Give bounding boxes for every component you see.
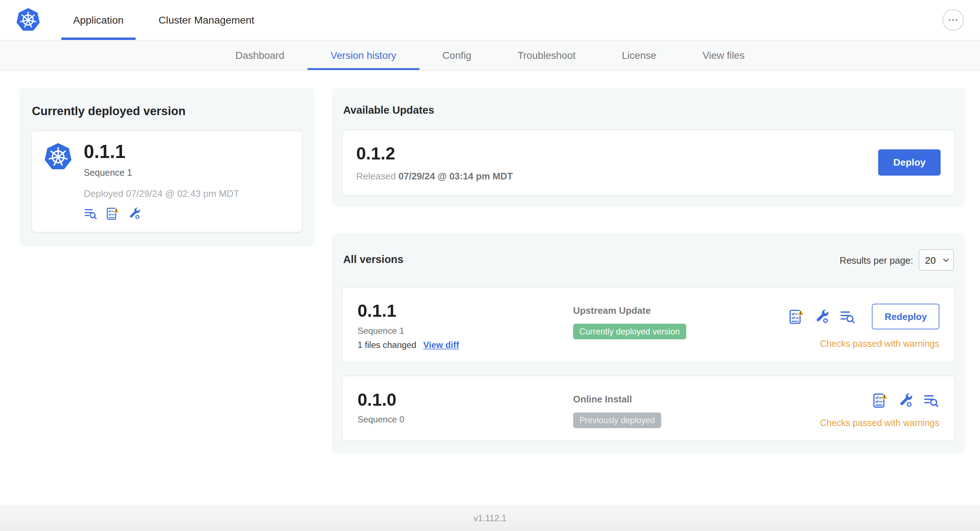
right-column: Available Updates 0.1.2 Released 07/29/2… — [332, 88, 965, 454]
deploy-button[interactable]: Deploy — [878, 149, 941, 175]
tab-application[interactable]: Application — [61, 0, 135, 40]
view-diff-link[interactable]: View diff — [423, 340, 459, 350]
preflight-checks-warning-icon[interactable] — [106, 207, 119, 221]
update-released-line: Released 07/29/24 @ 03:14 pm MDT — [356, 171, 513, 181]
row-sequence: Sequence 1 — [358, 326, 573, 335]
config-icon[interactable] — [127, 207, 141, 221]
preflight-checks-warning-icon[interactable] — [789, 308, 805, 325]
top-nav: Application Cluster Management — [61, 0, 277, 40]
main-content: Currently deployed version 0.1.1 Sequenc… — [0, 70, 980, 505]
currently-deployed-panel: Currently deployed version 0.1.1 Sequenc… — [19, 88, 314, 246]
version-row: 0.1.1 Sequence 1 1 files changed View di… — [342, 287, 955, 363]
checks-status-link[interactable]: Checks passed with warnings — [820, 339, 939, 349]
version-source-label: Online Install — [573, 394, 820, 404]
currently-deployed-card: 0.1.1 Sequence 1 Deployed 07/29/24 @ 02:… — [31, 131, 302, 232]
footer: v1.112.1 — [0, 505, 980, 531]
results-per-page-label: Results per page: — [840, 254, 913, 265]
preflight-checks-warning-icon[interactable] — [872, 393, 888, 409]
admin-console: Application Cluster Management Dashboard… — [0, 0, 980, 531]
files-changed-label: 1 files changed — [358, 340, 416, 350]
config-icon[interactable] — [814, 308, 830, 325]
row-version-number: 0.1.1 — [358, 301, 573, 321]
more-menu-button[interactable] — [943, 10, 964, 31]
tab-troubleshoot[interactable]: Troubleshoot — [494, 41, 598, 70]
row-version-number: 0.1.0 — [358, 390, 573, 410]
available-updates-title: Available Updates — [343, 104, 954, 117]
row-sequence: Sequence 0 — [358, 414, 573, 424]
tab-license[interactable]: License — [598, 41, 679, 70]
app-sub-nav: Dashboard Version history Config Trouble… — [0, 40, 980, 70]
version-source-label: Upstream Update — [573, 305, 789, 316]
logs-icon[interactable] — [84, 207, 98, 221]
tab-version-history[interactable]: Version history — [307, 41, 419, 70]
ellipsis-icon — [947, 14, 959, 26]
checks-status-link[interactable]: Checks passed with warnings — [820, 418, 939, 428]
all-versions-title: All versions — [343, 254, 404, 266]
status-badge: Currently deployed version — [573, 324, 686, 339]
update-version-number: 0.1.2 — [356, 144, 513, 164]
available-update-card: 0.1.2 Released 07/29/24 @ 03:14 pm MDT D… — [342, 129, 955, 196]
redeploy-button[interactable]: Redeploy — [872, 304, 939, 329]
tab-dashboard[interactable]: Dashboard — [212, 41, 307, 70]
tab-view-files[interactable]: View files — [679, 41, 767, 70]
all-versions-header: All versions Results per page: 20 — [343, 250, 954, 271]
console-version: v1.112.1 — [474, 513, 507, 523]
kubernetes-logo-icon — [16, 0, 40, 40]
deployed-actions — [84, 207, 239, 221]
deployed-sequence: Sequence 1 — [84, 167, 239, 177]
top-bar: Application Cluster Management — [0, 0, 980, 40]
logs-icon[interactable] — [923, 393, 939, 409]
version-row: 0.1.0 Sequence 0 Online Install Previous… — [342, 375, 955, 441]
status-badge: Previously deployed — [573, 413, 661, 428]
config-icon[interactable] — [897, 393, 914, 409]
released-timestamp: 07/29/24 @ 03:14 pm MDT — [398, 171, 513, 181]
available-updates-panel: Available Updates 0.1.2 Released 07/29/2… — [332, 88, 965, 207]
kubernetes-app-icon — [44, 141, 72, 221]
released-label: Released — [356, 171, 396, 181]
all-versions-panel: All versions Results per page: 20 — [332, 233, 965, 454]
tab-cluster-management[interactable]: Cluster Management — [147, 0, 266, 40]
logs-icon[interactable] — [840, 308, 856, 325]
tab-config[interactable]: Config — [419, 41, 494, 70]
currently-deployed-title: Currently deployed version — [32, 104, 302, 118]
deployed-timestamp: Deployed 07/29/24 @ 02:43 pm MDT — [84, 188, 239, 198]
results-per-page-select[interactable]: 20 — [919, 250, 953, 271]
deployed-version-number: 0.1.1 — [84, 141, 239, 163]
